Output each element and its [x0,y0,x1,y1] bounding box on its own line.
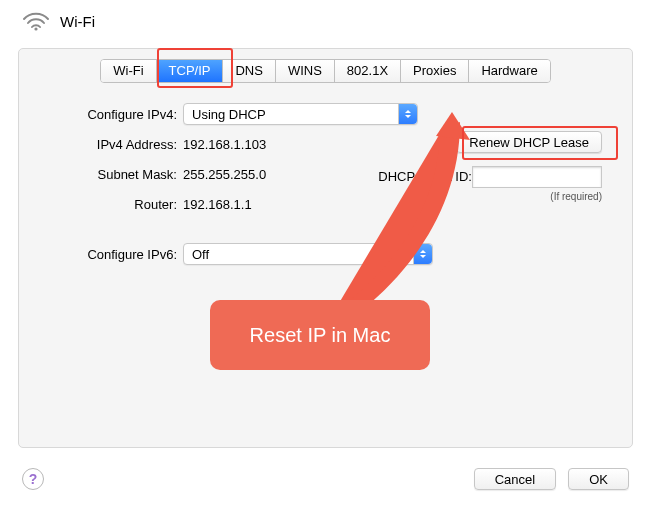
configure-ipv4-label: Configure IPv4: [19,107,183,122]
cancel-button[interactable]: Cancel [474,468,556,490]
annotation-callout: Reset IP in Mac [210,300,430,370]
configure-ipv6-select[interactable]: Off [183,243,433,265]
tab-bar: Wi-Fi TCP/IP DNS WINS 802.1X Proxies Har… [19,55,632,87]
window-header: Wi-Fi [0,0,651,40]
dhcp-client-id-label: DHCP Client ID: [378,169,472,184]
dhcp-if-required-note: (If required) [550,191,602,202]
annotation-callout-text: Reset IP in Mac [250,324,391,347]
help-button[interactable]: ? [22,468,44,490]
chevron-updown-icon [413,244,432,264]
tab-tcpip[interactable]: TCP/IP [157,60,224,82]
svg-point-0 [34,27,37,30]
tab-proxies[interactable]: Proxies [401,60,469,82]
wifi-icon [22,10,50,32]
configure-ipv6-label: Configure IPv6: [19,247,183,262]
renew-dhcp-lease-button[interactable]: Renew DHCP Lease [456,131,602,153]
ok-button[interactable]: OK [568,468,629,490]
router-value: 192.168.1.1 [183,197,252,212]
dialog-footer: ? Cancel OK [0,452,651,506]
chevron-updown-icon [398,104,417,124]
router-label: Router: [19,197,183,212]
tab-dns[interactable]: DNS [223,60,275,82]
ipv4-address-label: IPv4 Address: [19,137,183,152]
tab-wins[interactable]: WINS [276,60,335,82]
page-title: Wi-Fi [60,13,95,30]
configure-ipv4-value: Using DHCP [192,107,266,122]
ipv4-address-value: 192.168.1.103 [183,137,266,152]
settings-panel: Wi-Fi TCP/IP DNS WINS 802.1X Proxies Har… [18,48,633,448]
tab-hardware[interactable]: Hardware [469,60,549,82]
dhcp-client-id-input[interactable] [472,166,602,188]
tab-8021x[interactable]: 802.1X [335,60,401,82]
configure-ipv4-select[interactable]: Using DHCP [183,103,418,125]
configure-ipv6-value: Off [192,247,209,262]
tab-wifi[interactable]: Wi-Fi [101,60,156,82]
subnet-mask-value: 255.255.255.0 [183,167,266,182]
subnet-mask-label: Subnet Mask: [19,167,183,182]
